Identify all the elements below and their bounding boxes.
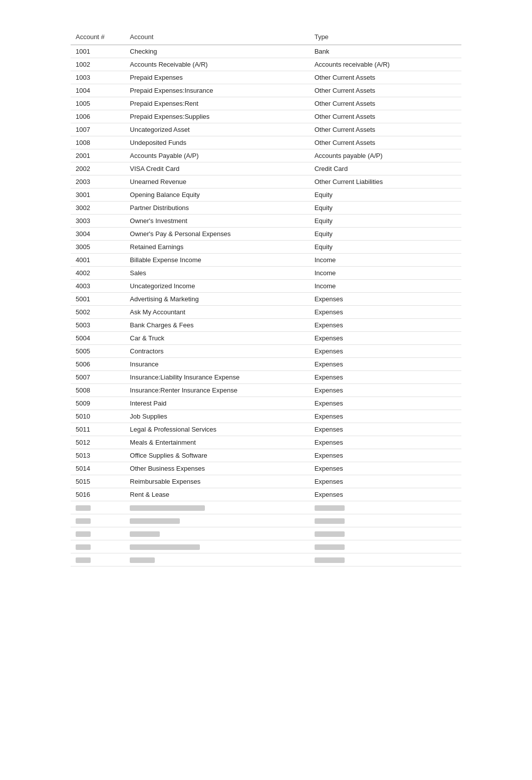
table-row: 2001Accounts Payable (A/P)Accounts payab… (71, 149, 461, 162)
cell-blurred-account (125, 514, 309, 527)
cell-account-name: Insurance (125, 358, 309, 371)
cell-account-name: Retained Earnings (125, 241, 309, 254)
table-row: 1006Prepaid Expenses:SuppliesOther Curre… (71, 110, 461, 123)
table-row: 1004Prepaid Expenses:InsuranceOther Curr… (71, 84, 461, 97)
column-header-account-num: Account # (71, 30, 125, 45)
cell-account-name: Uncategorized Asset (125, 123, 309, 136)
cell-account-type: Other Current Assets (310, 71, 461, 84)
cell-account-type: Equity (310, 188, 461, 202)
cell-account-type: Equity (310, 202, 461, 215)
cell-account-num: 1005 (71, 97, 125, 110)
cell-account-type: Expenses (310, 371, 461, 384)
cell-blurred-account (125, 540, 309, 553)
table-row: 2003Unearned RevenueOther Current Liabil… (71, 175, 461, 188)
table-row: 3003Owner's InvestmentEquity (71, 215, 461, 228)
table-row: 3005Retained EarningsEquity (71, 241, 461, 254)
table-row-blurred (71, 501, 461, 514)
table-row: 5011Legal & Professional ServicesExpense… (71, 423, 461, 436)
table-row: 5007Insurance:Liability Insurance Expens… (71, 371, 461, 384)
cell-account-num: 5002 (71, 306, 125, 319)
table-row-blurred (71, 527, 461, 540)
cell-account-name: Prepaid Expenses:Supplies (125, 110, 309, 123)
cell-account-name: Interest Paid (125, 397, 309, 410)
cell-account-type: Expenses (310, 462, 461, 475)
cell-account-num: 5011 (71, 423, 125, 436)
cell-account-num: 3004 (71, 228, 125, 241)
table-row: 1003Prepaid ExpensesOther Current Assets (71, 71, 461, 84)
cell-account-type: Expenses (310, 410, 461, 423)
cell-account-name: Accounts Receivable (A/R) (125, 58, 309, 71)
cell-account-num: 1006 (71, 110, 125, 123)
cell-account-num: 5007 (71, 371, 125, 384)
cell-account-num: 5015 (71, 475, 125, 488)
table-row: 5010Job SuppliesExpenses (71, 410, 461, 423)
cell-account-type: Bank (310, 45, 461, 58)
cell-account-type: Expenses (310, 319, 461, 332)
cell-account-name: Prepaid Expenses:Rent (125, 97, 309, 110)
cell-account-name: Owner's Investment (125, 215, 309, 228)
table-row: 1001CheckingBank (71, 45, 461, 58)
cell-account-name: Reimbursable Expenses (125, 475, 309, 488)
cell-account-type: Expenses (310, 488, 461, 501)
table-row-blurred (71, 553, 461, 566)
cell-account-type: Equity (310, 241, 461, 254)
table-row: 5012Meals & EntertainmentExpenses (71, 436, 461, 449)
cell-account-num: 3003 (71, 215, 125, 228)
cell-account-num: 1003 (71, 71, 125, 84)
table-row: 5005ContractorsExpenses (71, 345, 461, 358)
table-row: 5008Insurance:Renter Insurance ExpenseEx… (71, 384, 461, 397)
table-row: 5015Reimbursable ExpensesExpenses (71, 475, 461, 488)
cell-account-type: Other Current Liabilities (310, 175, 461, 188)
cell-blurred-account (125, 553, 309, 566)
cell-blurred-num (71, 540, 125, 553)
cell-account-num: 1004 (71, 84, 125, 97)
cell-blurred-num (71, 553, 125, 566)
cell-account-type: Expenses (310, 384, 461, 397)
table-row-blurred (71, 540, 461, 553)
cell-account-name: Prepaid Expenses (125, 71, 309, 84)
cell-account-name: Insurance:Renter Insurance Expense (125, 384, 309, 397)
cell-account-num: 3002 (71, 202, 125, 215)
cell-account-type: Expenses (310, 293, 461, 306)
cell-account-name: Checking (125, 45, 309, 58)
table-row: 3004Owner's Pay & Personal ExpensesEquit… (71, 228, 461, 241)
table-row: 5001Advertising & MarketingExpenses (71, 293, 461, 306)
table-row: 5014Other Business ExpensesExpenses (71, 462, 461, 475)
cell-account-num: 4002 (71, 267, 125, 280)
table-row: 5006InsuranceExpenses (71, 358, 461, 371)
account-table-container: Account # Account Type 1001CheckingBank1… (71, 30, 461, 566)
cell-account-num: 5003 (71, 319, 125, 332)
cell-account-num: 4003 (71, 280, 125, 293)
cell-account-num: 5012 (71, 436, 125, 449)
cell-account-num: 5005 (71, 345, 125, 358)
cell-blurred-num (71, 527, 125, 540)
cell-blurred-num (71, 501, 125, 514)
table-row: 1007Uncategorized AssetOther Current Ass… (71, 123, 461, 136)
cell-account-type: Expenses (310, 332, 461, 345)
cell-account-num: 5010 (71, 410, 125, 423)
cell-account-num: 2001 (71, 149, 125, 162)
cell-account-type: Other Current Assets (310, 136, 461, 149)
table-row: 5004Car & TruckExpenses (71, 332, 461, 345)
cell-account-name: Uncategorized Income (125, 280, 309, 293)
table-row: 4002SalesIncome (71, 267, 461, 280)
table-row: 3002Partner DistributionsEquity (71, 202, 461, 215)
table-row: 5016Rent & LeaseExpenses (71, 488, 461, 501)
cell-account-name: Rent & Lease (125, 488, 309, 501)
cell-account-name: Legal & Professional Services (125, 423, 309, 436)
cell-account-name: Partner Distributions (125, 202, 309, 215)
cell-account-name: Job Supplies (125, 410, 309, 423)
cell-account-type: Accounts receivable (A/R) (310, 58, 461, 71)
cell-account-num: 1001 (71, 45, 125, 58)
cell-account-name: Owner's Pay & Personal Expenses (125, 228, 309, 241)
cell-account-num: 5008 (71, 384, 125, 397)
cell-account-type: Expenses (310, 449, 461, 462)
cell-account-type: Expenses (310, 423, 461, 436)
cell-account-name: Meals & Entertainment (125, 436, 309, 449)
table-row: 5009Interest PaidExpenses (71, 397, 461, 410)
table-row: 1005Prepaid Expenses:RentOther Current A… (71, 97, 461, 110)
cell-account-name: Billable Expense Income (125, 254, 309, 267)
cell-account-name: Office Supplies & Software (125, 449, 309, 462)
cell-account-type: Other Current Assets (310, 97, 461, 110)
table-row: 3001Opening Balance EquityEquity (71, 188, 461, 202)
